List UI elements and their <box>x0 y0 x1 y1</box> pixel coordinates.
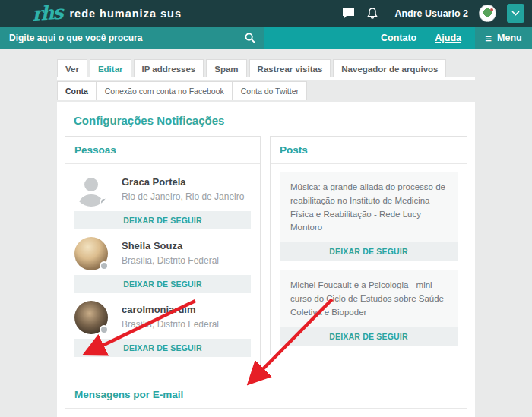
search-bar[interactable] <box>0 27 264 49</box>
person-name[interactable]: Sheila Souza <box>122 237 219 251</box>
person-row: Graca Portela Rio de Janeiro, Rio de Jan… <box>74 172 251 229</box>
tab-ver[interactable]: Ver <box>57 59 87 77</box>
user-menu-button[interactable] <box>507 4 524 23</box>
subtab-facebook[interactable]: Conexão com conta no Facebook <box>97 81 233 100</box>
main-tabs: Ver Editar IP addresses Spam Rastrear vi… <box>57 59 475 80</box>
sub-tabs: Conta Conexão com conta no Facebook Cont… <box>57 81 475 100</box>
pessoas-panel-title: Pessoas <box>65 137 260 164</box>
menu-button[interactable]: ≡ Menu <box>475 27 532 49</box>
tab-navegador-de-arquivos[interactable]: Navegador de arquivos <box>333 59 446 77</box>
chevron-down-icon <box>511 11 520 16</box>
person-avatar[interactable] <box>74 301 108 334</box>
post-card: Música: a grande aliada do processo de r… <box>280 172 458 261</box>
status-dot-icon <box>100 325 109 334</box>
person-location: Brasília, Distrito Federal <box>122 319 219 330</box>
user-avatar[interactable] <box>479 5 496 22</box>
person-row: Sheila Souza Brasília, Distrito Federal … <box>74 235 251 293</box>
email-messages-panel: Mensagens por E-mail ✓ Receber mensagens… <box>65 381 467 417</box>
page-title: Configurações Notificações <box>74 114 467 127</box>
subtab-conta[interactable]: Conta <box>57 81 97 100</box>
unfollow-button[interactable]: DEIXAR DE SEGUIR <box>74 339 251 357</box>
posts-panel-title: Posts <box>271 137 467 164</box>
nav-bar: Contato Ajuda ≡ Menu <box>0 27 532 49</box>
pessoas-panel: Pessoas Graca Portela Rio de Janeiro, Ri… <box>65 136 261 371</box>
brand-title: rede humaniza sus <box>69 8 182 20</box>
person-name[interactable]: Graca Portela <box>122 173 244 188</box>
rhs-logo[interactable]: rhs <box>31 2 62 26</box>
unfollow-button[interactable]: DEIXAR DE SEGUIR <box>74 275 251 293</box>
person-name[interactable]: carolmonjardim <box>122 301 219 315</box>
status-dot-icon <box>100 197 108 207</box>
current-user-name[interactable]: Andre Usuario 2 <box>394 8 468 19</box>
contato-link[interactable]: Contato <box>381 33 416 43</box>
subtab-twitter[interactable]: Conta do Twitter <box>233 81 307 100</box>
posts-panel: Posts Música: a grande aliada do process… <box>270 136 467 355</box>
hamburger-icon: ≡ <box>485 33 492 44</box>
status-dot-icon <box>100 261 109 270</box>
nav-links: Contato Ajuda <box>264 27 475 49</box>
person-avatar[interactable] <box>74 173 108 207</box>
chat-icon[interactable] <box>341 7 355 21</box>
person-avatar[interactable] <box>74 237 108 270</box>
email-panel-title: Mensagens por E-mail <box>65 381 467 409</box>
post-title[interactable]: Música: a grande aliada do processo de r… <box>280 172 458 242</box>
tab-rastrear-visitas[interactable]: Rastrear visitas <box>249 59 331 77</box>
search-icon[interactable] <box>243 31 257 45</box>
person-location: Brasília, Distrito Federal <box>122 255 219 266</box>
post-title[interactable]: Michel Foucault e a Psicologia - mini-cu… <box>280 270 458 327</box>
person-row: carolmonjardim Brasília, Distrito Federa… <box>74 299 251 357</box>
top-header: rhs rede humaniza sus Andre Usuario 2 <box>0 0 532 27</box>
ajuda-link[interactable]: Ajuda <box>435 33 461 43</box>
tab-ip-addresses[interactable]: IP addresses <box>134 59 204 77</box>
tab-editar[interactable]: Editar <box>90 59 131 77</box>
settings-card: Configurações Notificações Pessoas Graca… <box>57 102 475 417</box>
person-location: Rio de Janeiro, Rio de Janeiro <box>122 191 244 202</box>
post-card: Michel Foucault e a Psicologia - mini-cu… <box>280 270 458 345</box>
tab-spam[interactable]: Spam <box>206 59 246 77</box>
unfollow-button[interactable]: DEIXAR DE SEGUIR <box>280 242 458 261</box>
unfollow-button[interactable]: DEIXAR DE SEGUIR <box>280 327 458 346</box>
notifications-bell-icon[interactable] <box>366 7 379 21</box>
unfollow-button[interactable]: DEIXAR DE SEGUIR <box>74 211 251 229</box>
search-input[interactable] <box>8 32 243 44</box>
